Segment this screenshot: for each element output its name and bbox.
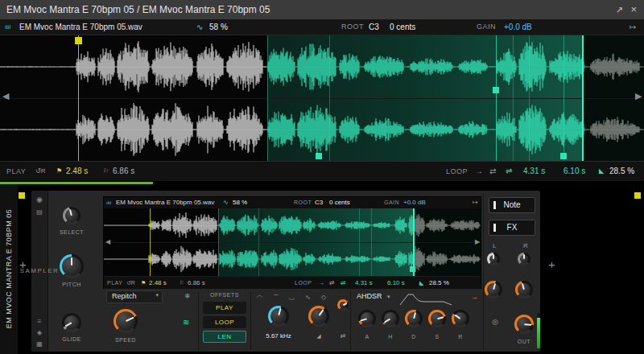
loop-off-icon[interactable]: → bbox=[318, 277, 324, 289]
playback-mode-dropdown[interactable]: Repitch ▾ bbox=[106, 290, 163, 303]
select-knob[interactable] bbox=[63, 207, 80, 224]
play-start-value[interactable]: 2.48 s bbox=[149, 277, 167, 289]
pan-left-knob[interactable] bbox=[487, 253, 500, 266]
add-device-after-button[interactable]: + bbox=[548, 257, 555, 271]
filter-lowpass-icon[interactable]: ◠ bbox=[257, 294, 262, 301]
env-release-label: R bbox=[458, 334, 463, 340]
pan-right-knob[interactable] bbox=[518, 253, 530, 266]
expanded-view-icon[interactable]: ▦ bbox=[36, 340, 43, 348]
filter-morph-icon[interactable]: ◇ bbox=[321, 294, 326, 301]
gain-value[interactable]: +0.0 dB bbox=[504, 19, 532, 35]
stretch-value[interactable]: 58 % bbox=[209, 19, 228, 35]
note-toggle-button[interactable]: Note bbox=[489, 197, 535, 213]
sample-icon: ılıl bbox=[106, 197, 111, 208]
crossfade-value[interactable]: 28.5 % bbox=[429, 277, 449, 289]
env-attack-knob[interactable] bbox=[358, 310, 376, 327]
envelope-title[interactable]: AHDSR bbox=[357, 292, 382, 300]
play-end-value[interactable]: 6.86 s bbox=[113, 162, 134, 181]
loop-pingpong-icon[interactable]: ⇌ bbox=[341, 277, 346, 289]
waveform-display[interactable]: ◀ ▶ bbox=[0, 35, 644, 161]
freeze-icon[interactable]: ❄ bbox=[184, 292, 191, 300]
mini-sample-editor[interactable]: ılıl EM Mvoc Mantra E 70bpm 05.wav ∿ 58 … bbox=[103, 196, 481, 289]
scroll-left-icon[interactable]: ◀ bbox=[2, 92, 9, 101]
filter-notch-icon[interactable]: ∿ bbox=[305, 294, 311, 301]
scroll-left-icon[interactable]: ◀ bbox=[105, 237, 110, 246]
loop-forward-icon[interactable]: ⇄ bbox=[329, 277, 335, 289]
loop-start-marker[interactable] bbox=[218, 208, 219, 276]
play-end-value[interactable]: 6.86 s bbox=[188, 277, 205, 289]
play-start-marker[interactable] bbox=[150, 208, 151, 276]
filter-cutoff-knob[interactable] bbox=[268, 306, 289, 327]
track-header[interactable]: EM MVOC MANTRA E 70BPM 05 bbox=[0, 184, 18, 354]
loop-forward-icon[interactable]: ⇄ bbox=[489, 162, 496, 181]
filter-highpass-icon[interactable]: ◡ bbox=[289, 294, 295, 301]
mini-waveform-display[interactable]: ◀ ▶ bbox=[104, 208, 481, 276]
spread-knob[interactable] bbox=[515, 281, 533, 298]
key-range-handle-left[interactable] bbox=[19, 192, 25, 199]
env-routing-icon[interactable]: → bbox=[471, 293, 478, 301]
pitch-knob[interactable] bbox=[60, 254, 84, 278]
env-release-knob[interactable] bbox=[452, 310, 469, 327]
close-icon[interactable]: × bbox=[630, 0, 637, 19]
loop-handle[interactable] bbox=[410, 266, 415, 272]
loop-end-marker[interactable] bbox=[582, 35, 584, 161]
note-indicator bbox=[493, 201, 496, 209]
loop-handle[interactable] bbox=[316, 153, 322, 159]
play-start-marker[interactable] bbox=[78, 35, 79, 161]
root-note-value[interactable]: C3 bbox=[315, 197, 323, 208]
env-hold-knob[interactable] bbox=[382, 310, 399, 327]
velocity-knob[interactable] bbox=[485, 281, 502, 298]
offset-play-button[interactable]: PLAY bbox=[203, 302, 246, 314]
device-power-icon[interactable]: ◉ bbox=[36, 196, 43, 204]
envelope-curve bbox=[398, 292, 455, 307]
speed-knob[interactable] bbox=[114, 309, 138, 333]
env-sustain-knob[interactable] bbox=[428, 310, 446, 327]
loop-end-value[interactable]: 6.10 s bbox=[564, 162, 585, 181]
offset-loop-button[interactable]: LOOP bbox=[203, 316, 246, 328]
filter-resonance-knob[interactable] bbox=[308, 306, 329, 327]
slice-handle[interactable] bbox=[493, 87, 499, 93]
play-end-flag-icon: ⚐ bbox=[103, 162, 109, 181]
loop-start-value[interactable]: 4.31 s bbox=[355, 277, 373, 289]
filter-bandpass-icon[interactable]: ⌒ bbox=[273, 294, 279, 303]
loop-off-icon[interactable]: → bbox=[475, 162, 483, 181]
key-range-handle-right[interactable] bbox=[634, 192, 641, 199]
loop-start-marker[interactable] bbox=[267, 35, 268, 161]
filter-cutoff-value[interactable]: 5.67 kHz bbox=[266, 332, 291, 340]
keytrack-icon[interactable]: ⇄ bbox=[341, 332, 346, 340]
fx-toggle-button[interactable]: FX bbox=[489, 220, 535, 236]
root-cents-value[interactable]: 0 cents bbox=[329, 197, 350, 208]
env-decay-knob[interactable] bbox=[405, 310, 423, 327]
out-gain-knob[interactable] bbox=[514, 315, 534, 334]
loop-pingpong-icon[interactable]: ⇌ bbox=[506, 162, 512, 181]
root-note-value[interactable]: C3 bbox=[369, 19, 379, 35]
offset-len-button[interactable]: LEN bbox=[203, 331, 246, 343]
crossfade-value[interactable]: 28.5 % bbox=[609, 162, 634, 181]
scroll-right-icon[interactable]: ▶ bbox=[635, 92, 642, 101]
root-cents-value[interactable]: 0 cents bbox=[390, 19, 415, 35]
scroll-right-icon[interactable]: ▶ bbox=[475, 237, 480, 246]
remote-controls-icon[interactable]: ≡ bbox=[38, 318, 42, 325]
loop-start-value[interactable]: 4.31 s bbox=[523, 162, 545, 181]
output-mode-icon[interactable]: ◎ bbox=[492, 318, 498, 326]
stretch-value[interactable]: 58 % bbox=[233, 197, 247, 208]
play-start-handle[interactable] bbox=[75, 37, 82, 44]
browse-sample-icon[interactable]: ▤ bbox=[36, 208, 43, 216]
zoom-fit-icon[interactable]: ↦ bbox=[630, 19, 636, 35]
reverse-icon[interactable]: ↺R bbox=[126, 277, 135, 289]
loop-handle[interactable] bbox=[560, 153, 567, 159]
gain-value[interactable]: +0.0 dB bbox=[403, 197, 426, 208]
filter-slope-icon[interactable]: ◢ bbox=[316, 333, 320, 340]
slice-marker[interactable] bbox=[496, 35, 497, 161]
filter-drive-knob[interactable] bbox=[337, 299, 349, 311]
detach-window-icon[interactable]: ↗ bbox=[616, 0, 623, 19]
keyzones-icon[interactable]: ≋ bbox=[183, 318, 189, 327]
zoom-fit-icon[interactable]: ↦ bbox=[473, 197, 478, 208]
loop-end-value[interactable]: 6.10 s bbox=[387, 277, 405, 289]
reverse-icon[interactable]: ↺R bbox=[35, 162, 45, 181]
modulators-icon[interactable]: ◈ bbox=[37, 329, 42, 336]
glide-knob[interactable] bbox=[62, 313, 81, 332]
slice-marker bbox=[371, 208, 372, 276]
device-name[interactable]: SAMPLER bbox=[20, 267, 60, 274]
play-start-value[interactable]: 2.48 s bbox=[66, 162, 88, 181]
